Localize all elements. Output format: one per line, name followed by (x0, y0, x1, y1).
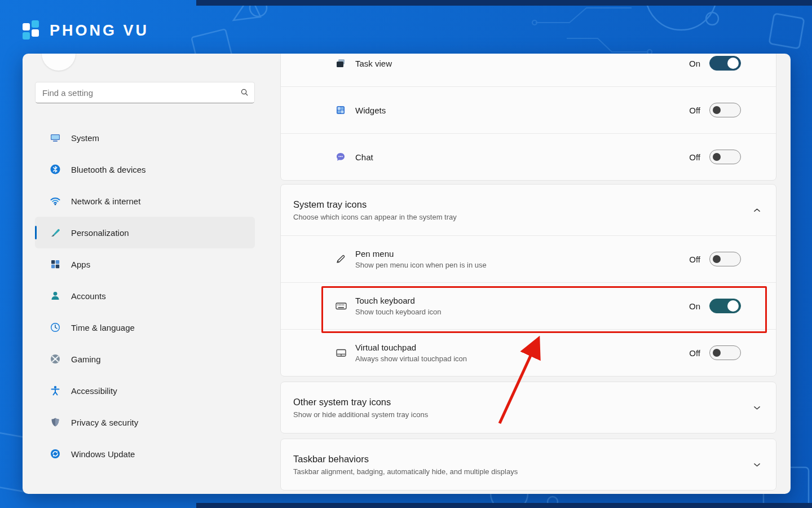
card-title: Other system tray icons (293, 397, 428, 408)
widgets-row: Widgets Off (281, 87, 776, 133)
network-icon (50, 195, 61, 207)
sidebar-item-label: Apps (71, 260, 90, 269)
selected-accent-bar (35, 226, 37, 239)
sidebar-item-personalization[interactable]: Personalization (35, 217, 255, 248)
touch-keyboard-toggle[interactable] (709, 299, 741, 313)
row-label: Touch keyboard (355, 296, 441, 305)
card-title: Taskbar behaviors (293, 454, 518, 465)
sidebar-item-bluetooth-devices[interactable]: Bluetooth & devices (35, 154, 255, 185)
pen-menu-toggle[interactable] (709, 252, 741, 266)
bottom-accent-strip (196, 503, 812, 508)
gaming-icon (50, 353, 61, 365)
task-view-row: Task view On (281, 54, 776, 86)
other-system-tray-icons-header[interactable]: Other system tray icons Show or hide add… (281, 382, 776, 433)
card-title: System tray icons (293, 199, 457, 210)
sidebar-nav: System Bluetooth & devices Network & int… (35, 122, 255, 470)
taskbar-settings-content: Task view On Widgets Off (280, 54, 791, 494)
sidebar-item-apps[interactable]: Apps (35, 248, 255, 280)
sidebar-item-label: Time & language (71, 323, 135, 332)
user-avatar[interactable] (42, 54, 76, 71)
touch-keyboard-row: Touch keyboard Show touch keyboard icon … (281, 283, 776, 329)
toggle-knob (713, 349, 721, 357)
apps-icon (50, 259, 61, 270)
search-input[interactable] (36, 82, 254, 103)
row-label: Pen menu (355, 249, 487, 259)
chevron-up-icon[interactable] (753, 206, 761, 214)
chat-icon (335, 151, 347, 163)
system-tray-icons-header[interactable]: System tray icons Choose which icons can… (281, 185, 776, 235)
toggle-state-label: Off (687, 106, 700, 115)
toggle-knob (727, 58, 739, 69)
widgets-icon (335, 104, 347, 116)
pen-menu-row: Pen menu Show pen menu icon when pen is … (281, 236, 776, 282)
privacy-icon (50, 417, 61, 428)
brand-name: PHONG VU (50, 22, 149, 40)
settings-sidebar: System Bluetooth & devices Network & int… (23, 54, 280, 494)
task-view-icon (335, 58, 347, 69)
toggle-state-label: Off (687, 255, 700, 264)
toggle-knob (713, 153, 721, 161)
accounts-icon (50, 290, 61, 301)
time-language-icon (50, 322, 61, 333)
other-system-tray-icons-card: Other system tray icons Show or hide add… (280, 382, 776, 433)
row-subtitle: Show touch keyboard icon (355, 308, 441, 316)
toggle-state-label: Off (687, 348, 700, 358)
accessibility-icon (50, 385, 61, 396)
sidebar-item-label: Personalization (71, 228, 129, 238)
sidebar-item-windows-update[interactable]: Windows Update (35, 438, 255, 470)
row-subtitle: Show pen menu icon when pen is in use (355, 261, 487, 269)
sidebar-item-accounts[interactable]: Accounts (35, 280, 255, 312)
task-view-toggle[interactable] (709, 56, 741, 71)
row-label: Widgets (355, 106, 386, 115)
taskbar-behaviors-card: Taskbar behaviors Taskbar alignment, bad… (280, 439, 776, 491)
sidebar-item-label: Privacy & security (71, 418, 138, 427)
toggle-state-label: Off (687, 152, 700, 162)
sidebar-item-system[interactable]: System (35, 122, 255, 154)
toggle-state-label: On (687, 301, 700, 311)
bluetooth-icon (50, 164, 61, 175)
touch-keyboard-icon (335, 300, 347, 312)
row-label: Virtual touchpad (355, 343, 467, 352)
chat-row: Chat Off (281, 134, 776, 180)
card-subtitle: Taskbar alignment, badging, automaticall… (293, 467, 518, 476)
virtual-touchpad-toggle[interactable] (709, 345, 741, 360)
toggle-knob (713, 106, 721, 114)
search-box (35, 82, 255, 103)
taskbar-items-card: Task view On Widgets Off (280, 54, 776, 181)
top-accent-strip (196, 0, 812, 6)
chevron-down-icon[interactable] (753, 404, 761, 412)
chat-toggle[interactable] (709, 150, 741, 164)
sidebar-item-label: Accounts (71, 291, 106, 301)
sidebar-item-network-internet[interactable]: Network & internet (35, 185, 255, 217)
chevron-down-icon[interactable] (753, 461, 761, 469)
card-subtitle: Show or hide additional system tray icon… (293, 410, 428, 419)
sidebar-item-label: Windows Update (71, 449, 135, 459)
toggle-state-label: On (687, 59, 700, 68)
brand-logo-icon (23, 20, 42, 41)
sidebar-item-privacy-security[interactable]: Privacy & security (35, 406, 255, 438)
sidebar-item-label: Gaming (71, 354, 101, 364)
system-icon (50, 132, 61, 143)
settings-window: System Bluetooth & devices Network & int… (23, 54, 791, 494)
toggle-knob (713, 255, 721, 263)
sidebar-item-label: Bluetooth & devices (71, 165, 146, 174)
row-label: Task view (355, 59, 392, 68)
search-icon[interactable] (240, 88, 249, 99)
virtual-touchpad-icon (335, 347, 347, 358)
row-subtitle: Always show virtual touchpad icon (355, 354, 467, 363)
sidebar-item-label: Accessibility (71, 386, 117, 396)
brand-header: PHONG VU (23, 20, 149, 41)
system-tray-icons-card: System tray icons Choose which icons can… (280, 184, 776, 376)
toggle-knob (727, 300, 739, 312)
sidebar-item-label: Network & internet (71, 196, 140, 206)
sidebar-item-gaming[interactable]: Gaming (35, 343, 255, 375)
widgets-toggle[interactable] (709, 103, 741, 117)
virtual-touchpad-row: Virtual touchpad Always show virtual tou… (281, 330, 776, 376)
pen-icon (335, 253, 347, 265)
sidebar-item-time-language[interactable]: Time & language (35, 312, 255, 343)
taskbar-behaviors-header[interactable]: Taskbar behaviors Taskbar alignment, bad… (281, 439, 776, 490)
card-subtitle: Choose which icons can appear in the sys… (293, 213, 457, 221)
sidebar-item-accessibility[interactable]: Accessibility (35, 375, 255, 406)
personalization-icon (50, 227, 61, 238)
sidebar-item-label: System (71, 133, 99, 143)
